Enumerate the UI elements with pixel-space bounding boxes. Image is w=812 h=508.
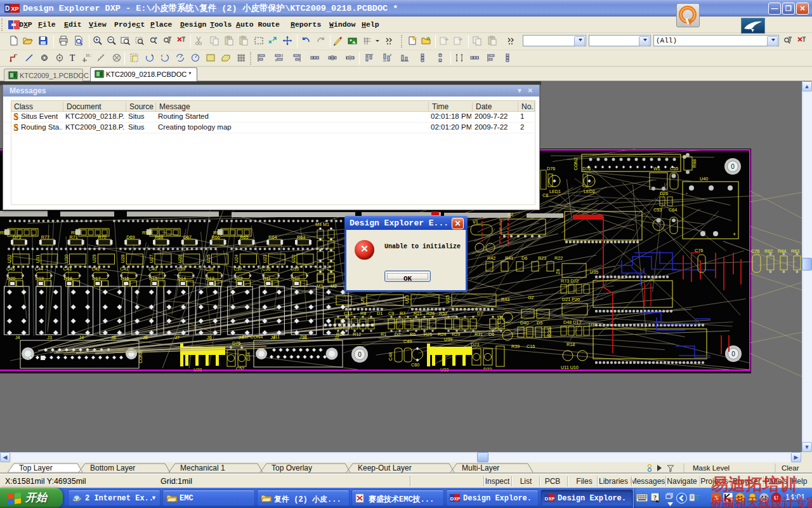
svg-text:M2: M2 [331, 283, 337, 289]
svg-text:U2: U2 [508, 211, 513, 217]
svg-text:C44: C44 [35, 266, 43, 272]
svg-text:e: e [75, 495, 78, 502]
svg-text:Top Layer: Top Layer [19, 464, 53, 472]
svg-text:0: 0 [731, 351, 735, 358]
svg-text:C55: C55 [670, 166, 678, 171]
svg-text:D: D [545, 496, 549, 502]
svg-text:U22: U22 [291, 255, 296, 263]
svg-text:C37: C37 [233, 266, 242, 272]
svg-text:R84: R84 [778, 248, 786, 254]
svg-text:U5: U5 [360, 298, 365, 304]
svg-text:Top Overlay: Top Overlay [272, 464, 312, 472]
svg-text:C16: C16 [527, 344, 535, 349]
svg-text:LED1: LED1 [549, 189, 561, 194]
svg-text:10,10: 10,10 [86, 53, 91, 57]
svg-text:U31: U31 [35, 255, 41, 263]
svg-text:R23: R23 [538, 255, 546, 261]
svg-text:U39: U39 [444, 337, 452, 342]
svg-text:W1: W1 [653, 166, 660, 171]
svg-text:11PCON4: 11PCON4 [242, 334, 263, 340]
svg-text:U25: U25 [206, 255, 211, 263]
svg-text:D40: D40 [520, 320, 528, 326]
svg-text:R12: R12 [353, 331, 361, 337]
svg-text:C76: C76 [751, 248, 759, 254]
svg-text:C60: C60 [411, 362, 419, 368]
svg-text:R22: R22 [554, 255, 563, 261]
svg-text:LED2: LED2 [584, 189, 595, 194]
svg-text:D23: D23 [471, 342, 479, 347]
svg-text:D75: D75 [232, 340, 240, 346]
svg-text:C76: C76 [695, 248, 703, 253]
svg-text:T: T [70, 53, 75, 63]
svg-text:Bottom Layer: Bottom Layer [90, 464, 135, 472]
svg-text:U29: U29 [91, 255, 97, 263]
svg-text:C8: C8 [542, 192, 548, 198]
svg-text:R63: R63 [791, 248, 799, 254]
svg-text:D: D [450, 496, 454, 502]
svg-text:U32: U32 [6, 255, 12, 263]
svg-text:C53: C53 [653, 207, 662, 213]
svg-text:R21: R21 [414, 311, 422, 316]
svg-text:C39: C39 [177, 266, 185, 272]
svg-text:C35: C35 [291, 266, 299, 272]
svg-text:U40: U40 [700, 176, 708, 182]
svg-text:RN6: RN6 [142, 230, 151, 236]
svg-text:R88: R88 [691, 159, 697, 168]
svg-text:D6: D6 [488, 331, 494, 337]
svg-text:D76: D76 [547, 166, 555, 171]
svg-text:C41: C41 [120, 266, 128, 272]
svg-text:U26: U26 [177, 255, 183, 263]
svg-text:?: ? [653, 494, 657, 501]
svg-text:D: D [5, 5, 10, 12]
svg-text:Z6: Z6 [555, 269, 561, 274]
svg-text:R39: R39 [511, 344, 520, 349]
svg-text:U24: U24 [233, 255, 239, 263]
svg-text:J6: J6 [143, 335, 148, 340]
svg-text:M4 M1: M4 M1 [315, 222, 329, 227]
svg-text:R43: R43 [501, 297, 509, 302]
svg-text:C45: C45 [6, 266, 15, 272]
svg-text:R26: R26 [426, 311, 435, 316]
svg-text:C42: C42 [91, 266, 100, 272]
svg-text:R41: R41 [505, 255, 513, 261]
svg-text:Multi-Layer: Multi-Layer [462, 464, 499, 472]
svg-text:C43: C43 [63, 266, 72, 272]
svg-text:D21 P20: D21 P20 [562, 297, 580, 302]
svg-text:J3: J3 [47, 335, 52, 340]
svg-text:Mechanical 1: Mechanical 1 [180, 464, 225, 472]
svg-text:Keep-Out Layer: Keep-Out Layer [358, 464, 412, 472]
svg-text:C36: C36 [262, 266, 270, 272]
svg-text:U13: U13 [404, 295, 410, 304]
svg-text:U11 U10: U11 U10 [561, 364, 579, 370]
svg-text:C13: C13 [344, 311, 352, 316]
svg-text:D5: D5 [537, 320, 542, 326]
svg-text:C15: C15 [496, 316, 502, 324]
svg-text:J6: J6 [111, 335, 116, 340]
svg-text:U35: U35 [590, 269, 598, 275]
svg-text:0: 0 [358, 351, 362, 358]
svg-text:D26: D26 [660, 190, 668, 196]
svg-text:D22: D22 [483, 366, 492, 372]
svg-text:U23: U23 [262, 255, 268, 263]
svg-text:J11: J11 [273, 334, 280, 340]
svg-text:U27: U27 [148, 255, 154, 263]
svg-text:XP: XP [11, 6, 18, 12]
svg-text:C38: C38 [206, 266, 214, 272]
svg-text:Clear: Clear [782, 464, 799, 472]
svg-text:C40: C40 [148, 266, 157, 272]
svg-text:XP: XP [549, 497, 554, 501]
svg-text:J7: J7 [175, 335, 180, 340]
svg-text:C49: C49 [403, 338, 412, 344]
svg-text:Mask Level: Mask Level [693, 464, 730, 472]
svg-text:R36: R36 [546, 328, 552, 337]
svg-text:-: - [686, 190, 688, 196]
svg-text:D1: D1 [377, 311, 383, 316]
svg-text:R25: R25 [424, 331, 432, 337]
svg-text:G2: G2 [528, 295, 534, 300]
svg-text:R31: R31 [475, 331, 483, 337]
svg-text:J4: J4 [15, 335, 20, 340]
svg-text:C64: C64 [669, 207, 677, 213]
svg-text:R52: R52 [439, 311, 447, 316]
svg-text:0: 0 [731, 163, 735, 170]
svg-text:R1: R1 [381, 331, 386, 337]
